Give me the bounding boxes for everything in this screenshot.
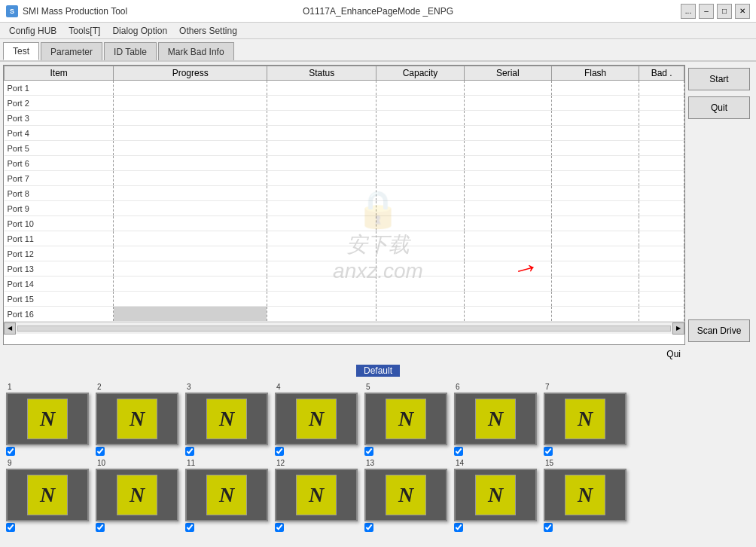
cell-status (267, 201, 376, 216)
port-checkbox-input[interactable] (364, 447, 373, 456)
port-checkbox-container (544, 523, 553, 532)
scroll-right[interactable]: ▶ (672, 322, 684, 335)
port-number-label: 2 (96, 383, 102, 391)
cell-progress (114, 292, 267, 307)
cell-item: Port 4 (5, 126, 114, 141)
cell-serial (464, 231, 551, 246)
port-checkbox-input[interactable] (275, 523, 284, 532)
cell-item: Port 1 (5, 81, 114, 96)
cell-flash (551, 156, 639, 171)
menu-dialog-option[interactable]: Dialog Option (106, 24, 173, 38)
cell-capacity (376, 156, 464, 171)
port-checkbox-input[interactable] (96, 523, 105, 532)
cell-progress (114, 111, 267, 126)
default-row: Default (3, 363, 753, 378)
port-icon: N (6, 393, 89, 445)
scan-drive-button[interactable]: Scan Drive (688, 319, 750, 342)
menu-tools[interactable]: Tools[T] (62, 24, 106, 38)
port-checkbox-container (364, 447, 373, 456)
port-icon-letter: N (27, 475, 68, 515)
port-checkbox-input[interactable] (185, 523, 194, 532)
maximize-button[interactable]: □ (717, 4, 732, 19)
port-checkbox-container (6, 523, 15, 532)
cell-capacity (376, 246, 464, 261)
cell-flash (551, 141, 639, 156)
cell-serial (464, 141, 551, 156)
menu-config-hub[interactable]: Config HUB (3, 24, 62, 38)
cell-item: Port 11 (5, 231, 114, 246)
table-row: Port 6 (5, 156, 684, 171)
cell-progress (114, 246, 267, 261)
table-row: Port 3 (5, 111, 684, 126)
cell-item: Port 13 (5, 261, 114, 277)
cell-progress (114, 141, 267, 156)
cell-serial (464, 277, 551, 292)
cell-flash (551, 277, 639, 292)
port-icon-letter: N (296, 475, 337, 515)
tab-mark-bad-info[interactable]: Mark Bad Info (158, 42, 234, 60)
table-scroll[interactable]: Item Progress Status Capacity Serial Fla… (4, 66, 684, 322)
port-checkbox-input[interactable] (6, 523, 15, 532)
dots-button[interactable]: ... (681, 4, 696, 19)
port-checkbox-input[interactable] (544, 447, 553, 456)
tab-parameter[interactable]: Parameter (41, 42, 102, 60)
port-checkbox-input[interactable] (275, 447, 284, 456)
cell-status (267, 292, 376, 307)
col-flash: Flash (551, 66, 639, 81)
menu-others-setting[interactable]: Others Setting (173, 24, 243, 38)
port-checkbox-container (454, 447, 463, 456)
port-checkbox-input[interactable] (544, 523, 553, 532)
port-icon-letter: N (565, 399, 605, 439)
port-checkbox-input[interactable] (185, 447, 194, 456)
port-icon: N (544, 393, 626, 445)
port-item: 2N (96, 383, 182, 456)
start-button[interactable]: Start (688, 68, 750, 90)
cell-bad (639, 171, 684, 186)
cell-capacity (376, 292, 464, 307)
cell-status (267, 186, 376, 201)
quit-button[interactable]: Quit (688, 96, 750, 119)
col-item: Item (5, 66, 114, 81)
cell-flash (551, 81, 639, 96)
cell-serial (464, 111, 551, 126)
close-button[interactable]: ✕ (735, 4, 750, 19)
cell-flash (551, 246, 639, 261)
cell-bad (639, 126, 684, 141)
port-checkbox-input[interactable] (6, 447, 15, 456)
port-checkbox-input[interactable] (454, 523, 463, 532)
port-checkbox-input[interactable] (364, 523, 373, 532)
port-icon: N (544, 469, 626, 521)
table-row: Port 14 (5, 277, 684, 292)
port-item: 12N (275, 459, 361, 532)
cell-serial (464, 171, 551, 186)
port-icon: N (96, 393, 178, 445)
port-icon-letter: N (296, 399, 337, 439)
horizontal-scrollbar[interactable]: ◀ ▶ (4, 322, 684, 334)
cell-flash (551, 292, 639, 307)
port-checkbox-input[interactable] (96, 447, 105, 456)
port-checkbox-input[interactable] (454, 447, 463, 456)
cell-item: Port 5 (5, 141, 114, 156)
col-status: Status (267, 66, 376, 81)
tab-test[interactable]: Test (3, 42, 39, 60)
minimize-button[interactable]: – (699, 4, 714, 19)
cell-serial (464, 216, 551, 231)
cell-serial (464, 261, 551, 277)
port-item: 5N (364, 383, 451, 456)
table-row: Port 8 (5, 186, 684, 201)
port-checkbox-container (185, 447, 194, 456)
tab-id-table[interactable]: ID Table (104, 42, 157, 60)
cell-item: Port 7 (5, 171, 114, 186)
cell-flash (551, 231, 639, 246)
port-checkbox-container (96, 523, 105, 532)
cell-status (267, 156, 376, 171)
scroll-track[interactable] (17, 325, 671, 332)
table-row: Port 4 (5, 126, 684, 141)
scroll-left[interactable]: ◀ (4, 322, 16, 335)
cell-serial (464, 96, 551, 111)
title-bar: S SMI Mass Production Tool O1117A_Enhanc… (0, 0, 756, 23)
table-row: Port 7 (5, 171, 684, 186)
port-number-label: 14 (454, 459, 464, 467)
cell-serial (464, 292, 551, 307)
port-icon-letter: N (386, 399, 426, 439)
